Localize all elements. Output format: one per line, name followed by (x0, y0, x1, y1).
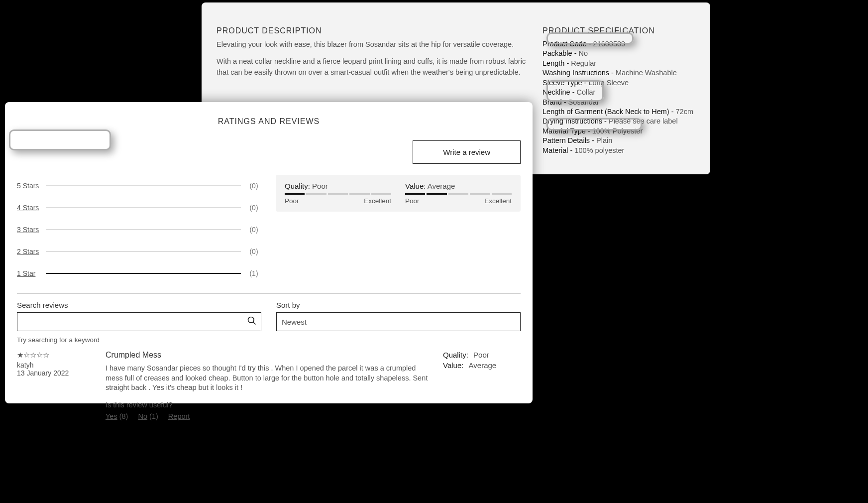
spec-value: Sosandar (568, 98, 599, 106)
spec-label: Brand (542, 98, 562, 106)
reviews-top-row: 1 / 5 1 Review Write a review (17, 138, 521, 164)
segment (371, 193, 391, 195)
segment (448, 193, 468, 195)
scale-low: Poor (405, 197, 420, 205)
specification-heading: PRODUCT SPECIFICATION (542, 26, 695, 35)
spec-value: 72cm (676, 108, 693, 116)
spec-value: Long Sleeve (588, 79, 629, 87)
segment (285, 193, 305, 195)
spec-label: Neckline (542, 88, 570, 96)
spec-label: Length of Garment (Back Neck to Hem) (542, 108, 669, 116)
spec-value: No (579, 49, 588, 57)
distribution-bar (46, 229, 241, 230)
spec-label: Drying Instructions (542, 117, 602, 125)
quality-segbar (285, 193, 391, 195)
distribution-label[interactable]: 1 Star (17, 269, 40, 277)
reviews-heading: RATINGS AND REVIEWS (218, 117, 320, 126)
spec-row: Neckline - Collar (542, 88, 695, 97)
review-quality: Quality: Poor (443, 351, 518, 359)
spec-value: Collar (577, 88, 596, 96)
sort-select[interactable]: Newest (276, 312, 521, 331)
distribution-bar (46, 207, 241, 208)
spec-label: Packable (542, 49, 572, 57)
useful-yes-link[interactable]: Yes (106, 412, 117, 420)
spec-dash: - (572, 49, 579, 57)
svg-point-0 (248, 317, 254, 323)
spec-label: Pattern Details (542, 136, 590, 144)
spec-dash: - (590, 136, 596, 144)
value-segbar (405, 193, 512, 195)
spec-dash: - (570, 88, 577, 96)
spec-value: 100% polyester (574, 146, 624, 154)
specification-list: Product Code - 21600509Packable - NoLeng… (542, 39, 695, 155)
distribution-row: 5 Stars(0) (17, 175, 261, 197)
rating-stars (42, 141, 74, 150)
quality-item: Quality: Poor Poor Excellent (285, 182, 391, 205)
spec-row: Material Type - 100% Polyester (542, 126, 695, 136)
summary-grid: 5 Stars(0)4 Stars(0)3 Stars(0)2 Stars(0)… (17, 175, 521, 284)
spec-row: Pattern Details - Plain (542, 136, 695, 145)
quality-label: Quality: (285, 182, 310, 190)
spec-label: Material Type (542, 127, 586, 135)
value-title: Value: Average (405, 182, 512, 190)
star-icon (17, 351, 23, 360)
distribution-label[interactable]: 3 Stars (17, 226, 40, 234)
search-input[interactable] (21, 316, 247, 328)
scale-high: Excellent (364, 197, 391, 205)
spec-value: Machine Washable (616, 69, 677, 77)
review-text: I have many Sosandar pieces so thought I… (106, 364, 429, 393)
review-actions: Yes (8) No (1) Report (106, 412, 429, 420)
distribution-bar (46, 185, 241, 186)
distribution-row: 2 Stars(0) (17, 241, 261, 262)
value-scale: Poor Excellent (405, 197, 512, 205)
segment (427, 193, 446, 195)
spec-label: Length (542, 59, 564, 67)
review-quality-value: Poor (473, 351, 489, 359)
search-label: Search reviews (17, 301, 261, 309)
star-icon (23, 351, 29, 360)
scale-low: Poor (285, 197, 299, 205)
segment (349, 193, 369, 195)
segment (306, 193, 326, 195)
review-meta: katyh 13 January 2022 (17, 351, 92, 420)
spec-value: Plain (596, 136, 612, 144)
segment (328, 193, 348, 195)
review-value: Value: Average (443, 361, 518, 370)
spec-row: Length of Garment (Back Neck to Hem) - 7… (542, 107, 695, 117)
distribution-label[interactable]: 4 Stars (17, 204, 40, 212)
useful-yes-count: (8) (119, 412, 128, 420)
value-label: Value: (405, 182, 426, 190)
review-value-value: Average (469, 361, 497, 370)
segment (405, 193, 425, 195)
report-link[interactable]: Report (168, 412, 190, 420)
search-box[interactable] (17, 312, 261, 331)
review-date: 13 January 2022 (17, 369, 92, 377)
svg-line-1 (253, 322, 256, 325)
distribution-count: (1) (247, 269, 261, 277)
spec-label: Sleeve Type (542, 79, 582, 87)
distribution-bar (46, 273, 241, 274)
spec-value: 21600509 (593, 40, 626, 48)
write-review-button[interactable]: Write a review (413, 140, 521, 164)
spec-row: Drying Instructions - Please see care la… (542, 117, 695, 126)
spec-dash: - (586, 127, 592, 135)
segment (492, 193, 512, 195)
distribution-label[interactable]: 5 Stars (17, 182, 40, 190)
distribution-row: 4 Stars(0) (17, 197, 261, 219)
star-icon (55, 141, 61, 150)
spec-row: Brand - Sosandar (542, 98, 695, 107)
divider (17, 293, 521, 294)
specification-column: PRODUCT SPECIFICATION Product Code - 216… (542, 26, 695, 159)
review-value-label: Value: (443, 361, 463, 370)
distribution-row: 1 Star(1) (17, 262, 261, 284)
distribution-label[interactable]: 2 Stars (17, 248, 40, 255)
spec-dash: - (562, 98, 568, 106)
star-icon (43, 351, 49, 360)
star-icon (42, 141, 48, 150)
star-icon (62, 141, 68, 150)
distribution-bar-fill (46, 273, 241, 274)
search-icon[interactable] (247, 316, 257, 328)
review-author: katyh (17, 361, 92, 369)
distribution-bar (46, 251, 241, 252)
useful-no-link[interactable]: No (138, 412, 147, 420)
